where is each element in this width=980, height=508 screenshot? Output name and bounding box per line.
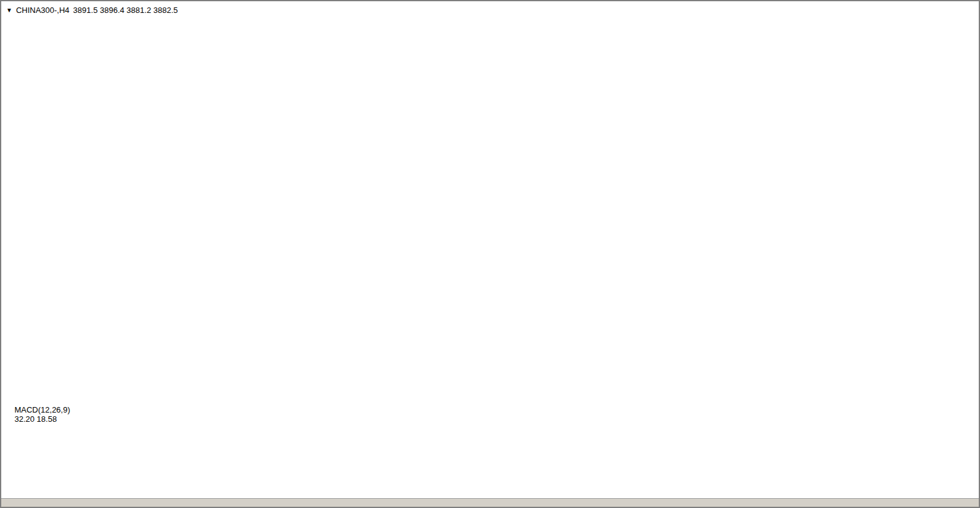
chart-ohlc-values: 3891.5 3896.4 3881.2 3882.5 — [73, 6, 178, 15]
chart-symbol-timeframe: CHINA300-,H4 — [16, 6, 70, 15]
symbol-dropdown-icon[interactable]: ▼ — [6, 6, 12, 14]
window-bottom-strip — [1, 498, 979, 507]
macd-indicator-label: MACD(12,26,9) 32.20 18.58 — [6, 396, 70, 433]
chart-title-bar: ▼ CHINA300-,H4 3891.5 3896.4 3881.2 3882… — [6, 6, 178, 15]
trading-chart-window: ▼ CHINA300-,H4 3891.5 3896.4 3881.2 3882… — [0, 0, 980, 508]
macd-values: 32.20 18.58 — [14, 414, 57, 424]
chart-canvas[interactable] — [1, 1, 979, 507]
macd-label: MACD(12,26,9) — [14, 405, 70, 414]
